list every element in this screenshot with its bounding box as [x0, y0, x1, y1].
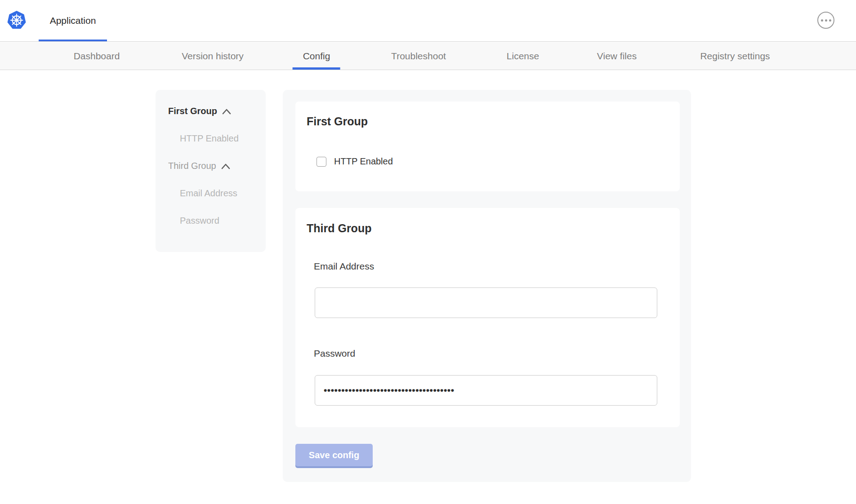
tab-registry-settings[interactable]: Registry settings: [696, 42, 774, 70]
config-group-first-group: First Group HTTP Enabled: [295, 102, 680, 191]
http-enabled-field: HTTP Enabled: [317, 156, 393, 167]
ellipsis-icon: [821, 19, 823, 22]
ellipsis-icon: [825, 19, 827, 22]
kubernetes-logo-icon: [7, 10, 26, 31]
app-header: Application: [0, 0, 856, 42]
tab-config[interactable]: Config: [299, 42, 335, 70]
sidebar-item-label: Password: [180, 216, 219, 226]
config-sidebar: First Group HTTP Enabled Third Group Ema…: [156, 90, 266, 252]
config-group-third-group: Third Group Email Address Password: [295, 208, 680, 427]
sidebar-item-email-address[interactable]: Email Address: [156, 188, 266, 198]
tab-application[interactable]: Application: [39, 0, 107, 41]
config-panel: First Group HTTP Enabled Third Group Ema…: [283, 90, 691, 482]
password-label: Password: [314, 348, 355, 359]
chevron-up-icon: [222, 109, 231, 115]
http-enabled-label[interactable]: HTTP Enabled: [334, 156, 393, 167]
tab-dashboard[interactable]: Dashboard: [69, 42, 125, 70]
sidebar-item-label: HTTP Enabled: [180, 133, 239, 144]
app-title: Application: [50, 15, 96, 26]
sidebar-group-first-group[interactable]: First Group: [156, 106, 266, 116]
sidebar-item-http-enabled[interactable]: HTTP Enabled: [156, 133, 266, 143]
email-address-input[interactable]: [315, 287, 657, 318]
app-subnav: Dashboard Version history Config Trouble…: [0, 42, 856, 70]
tab-view-files[interactable]: View files: [593, 42, 641, 70]
tab-license[interactable]: License: [502, 42, 544, 70]
tab-troubleshoot[interactable]: Troubleshoot: [387, 42, 450, 70]
tab-version-history[interactable]: Version history: [177, 42, 248, 70]
sidebar-item-password[interactable]: Password: [156, 216, 266, 225]
application-tab-underline: [39, 40, 107, 41]
email-address-label: Email Address: [314, 261, 374, 272]
sidebar-group-third-group[interactable]: Third Group: [156, 161, 266, 171]
http-enabled-checkbox[interactable]: [317, 157, 326, 167]
sidebar-group-label: First Group: [168, 106, 217, 116]
chevron-up-icon: [221, 164, 230, 169]
config-page: Application Dashboard Version history Co…: [0, 0, 856, 504]
group-heading: Third Group: [307, 222, 371, 235]
sidebar-item-label: Email Address: [180, 188, 237, 199]
save-config-button[interactable]: Save config: [295, 444, 373, 466]
group-heading: First Group: [307, 115, 368, 128]
password-input[interactable]: [315, 375, 657, 406]
ellipsis-icon: [829, 19, 831, 22]
overflow-menu-button[interactable]: [817, 12, 834, 29]
sidebar-group-label: Third Group: [168, 161, 216, 171]
